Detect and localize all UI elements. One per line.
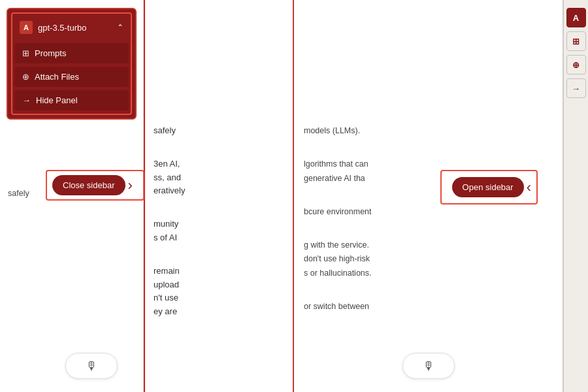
hide-panel-icon: → [22,95,31,105]
open-sidebar-button[interactable]: Open sidebar [452,177,524,197]
icon-model: A [573,13,579,23]
hide-panel-label: Hide Panel [36,95,78,105]
left-content-block-3: munitys of AI [154,218,284,245]
mic-icon-right: 🎙 [423,356,434,376]
open-sidebar-area: Open sidebar ‹ [452,175,531,199]
icon-btn-attach[interactable]: ⊕ [566,55,586,74]
attach-files-menu-item[interactable]: ⊕ Attach Files [14,67,129,87]
model-name-label: gpt-3.5-turbo [38,23,117,33]
prompts-menu-item[interactable]: ⊞ Prompts [14,43,129,63]
right-content-block-1: models (LLMs). [304,124,553,138]
mic-icon-left: 🎙 [86,359,97,373]
hide-panel-menu-item[interactable]: → Hide Panel [14,90,129,110]
model-icon: A [20,21,33,34]
prompts-label: Prompts [35,48,66,58]
icon-attach: ⊕ [572,60,580,70]
dropdown-area: A gpt-3.5-turbo ⌃ ⊞ Prompts ⊕ Attach Fil… [7,8,137,120]
left-panel: Model selector A gpt-3.5-turbo ⌃ [0,0,294,392]
right-content-block-4: g with the service.don't use high-risks … [304,238,553,280]
left-sidebar: A gpt-3.5-turbo ⌃ ⊞ Prompts ⊕ Attach Fil… [0,0,144,392]
icon-btn-prompts[interactable]: ⊞ [566,31,586,51]
open-bracket-icon: ‹ [527,175,531,199]
prompts-icon: ⊞ [22,48,29,58]
model-selector-button[interactable]: A gpt-3.5-turbo ⌃ [14,17,129,38]
attach-icon: ⊕ [22,72,29,82]
close-sidebar-area: Close sidebar › [52,175,133,195]
mic-button-left[interactable]: 🎙 [65,353,118,379]
left-main-content: safely 3en AI,ss, anderatively munitys o… [144,0,294,392]
right-panel: models (LLMs). lgorithms that cangenerat… [294,0,588,392]
right-main-content: models (LLMs). lgorithms that cangenerat… [294,0,563,392]
close-bracket-icon: › [128,177,133,194]
left-content-block-1: safely [154,124,284,138]
close-sidebar-button[interactable]: Close sidebar [52,175,125,195]
icon-btn-hide[interactable]: → [566,78,586,98]
icon-prompts: ⊞ [572,37,580,46]
right-content-block-3: bcure environment [304,205,553,219]
attach-files-label: Attach Files [35,72,79,82]
left-content-block-4: remainuploadn't useey are [154,265,284,319]
icon-btn-model[interactable]: A [566,8,586,27]
mic-button-right[interactable]: 🎙 [402,353,455,379]
menu-items-list: ⊞ Prompts ⊕ Attach Files → Hide Panel [14,43,129,110]
chevron-icon: ⌃ [117,23,123,32]
icon-hide: → [572,84,580,93]
right-icon-bar: A ⊞ ⊕ → [563,0,588,392]
left-content-block-2: 3en AI,ss, anderatively [154,157,284,198]
right-content-block-5: or switch between [304,300,553,314]
